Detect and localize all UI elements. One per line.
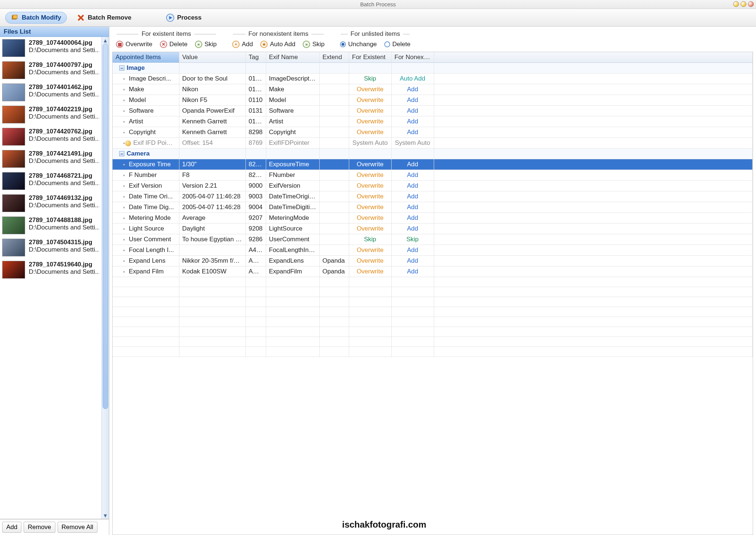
option-groups: For existent items ▦Overwrite ✕Delete »S… [112, 29, 753, 52]
file-list-scrollbar[interactable]: ▴ ▾ [102, 37, 109, 519]
grid-icon: ▦ [116, 41, 123, 48]
batch-remove-label: Batch Remove [88, 14, 131, 21]
batch-modify-button[interactable]: Batch Modify [5, 12, 67, 24]
file-name: 2789_1074421491.jpg [29, 150, 99, 157]
plus-icon: + [232, 41, 240, 48]
file-name: 2789_1074519640.jpg [29, 261, 99, 268]
close-icon[interactable] [748, 1, 754, 7]
batch-modify-icon [11, 14, 19, 22]
file-item[interactable]: 2789_1074488188.jpgD:\Documents and Sett… [0, 214, 102, 236]
file-item[interactable]: 2789_1074420762.jpgD:\Documents and Sett… [0, 126, 102, 148]
grid-row[interactable]: F NumberF8829DFNumberOverwriteAdd [113, 170, 753, 181]
grid-row[interactable]: Exposure Time1/30"829AExposureTimeOverwr… [113, 159, 753, 170]
unlisted-unchange-radio[interactable]: Unchange [338, 40, 379, 49]
col-exifname[interactable]: Exif Name [266, 52, 319, 63]
minimize-icon[interactable] [733, 1, 739, 7]
existent-skip-option[interactable]: »Skip [193, 40, 219, 49]
main-toolbar: Batch Modify Batch Remove Process [0, 9, 756, 27]
file-meta: 2789_1074504315.jpgD:\Documents and Sett… [29, 239, 99, 256]
file-name: 2789_1074400797.jpg [29, 61, 99, 69]
file-item[interactable]: 2789_1074519640.jpgD:\Documents and Sett… [0, 259, 102, 281]
add-button[interactable]: Add [2, 522, 21, 533]
nonexistent-legend: For nonexistent items [248, 30, 309, 38]
file-name: 2789_1074504315.jpg [29, 239, 99, 246]
file-meta: 2789_1074488188.jpgD:\Documents and Sett… [29, 217, 99, 234]
grid-empty-row [113, 347, 753, 357]
remove-button[interactable]: Remove [24, 522, 55, 533]
grid-row[interactable]: Light SourceDaylight9208LightSourceOverw… [113, 224, 753, 234]
grid-header-row[interactable]: Appointed Items Value Tag Exif Name Exte… [113, 52, 753, 63]
file-item[interactable]: 2789_1074400064.jpgD:\Documents and Sett… [0, 37, 102, 59]
grid-row[interactable]: Exif VersionVersion 2.219000ExifVersionO… [113, 181, 753, 191]
grid-row[interactable]: Date Time Ori...2005-04-07 11:46:289003D… [113, 191, 753, 202]
col-forexistent[interactable]: For Existent [349, 52, 391, 63]
grid-row[interactable]: CopyrightKenneth Garrett8298CopyrightOve… [113, 127, 753, 138]
batch-remove-button[interactable]: Batch Remove [71, 12, 137, 24]
existent-delete-option[interactable]: ✕Delete [158, 40, 190, 49]
thumbnail [2, 106, 25, 123]
file-meta: 2789_1074469132.jpgD:\Documents and Sett… [29, 194, 99, 212]
radio-unchecked-icon [384, 41, 390, 47]
grid-row[interactable]: Exif IFD PointerOffset: 1548769ExifIFDPo… [113, 138, 753, 149]
scroll-up-icon[interactable]: ▴ [102, 37, 109, 44]
grid-row[interactable]: Focal Length I...A405FocalLengthIn3...Ov… [113, 245, 753, 256]
grid-row[interactable]: User CommentTo house Egyptian ph...9286U… [113, 234, 753, 245]
scroll-track[interactable] [102, 44, 109, 512]
file-path: D:\Documents and Setti... [29, 91, 99, 98]
maximize-icon[interactable] [740, 1, 746, 7]
file-item[interactable]: 2789_1074402219.jpgD:\Documents and Sett… [0, 103, 102, 126]
thumbnail [2, 217, 25, 234]
thumbnail [2, 239, 25, 256]
grid-group-row[interactable]: − Camera [113, 149, 753, 159]
unlisted-delete-radio[interactable]: Delete [382, 40, 413, 49]
thumbnail [2, 172, 25, 190]
file-item[interactable]: 2789_1074421491.jpgD:\Documents and Sett… [0, 148, 102, 170]
file-item[interactable]: 2789_1074400797.jpgD:\Documents and Sett… [0, 59, 102, 81]
grid-empty-row [113, 307, 753, 317]
grid-row[interactable]: ModelNikon F50110ModelOverwriteAdd [113, 95, 753, 106]
nonexistent-add-option[interactable]: +Add [230, 40, 255, 49]
nonexistent-group: For nonexistent items +Add ★Auto Add »Sk… [230, 30, 327, 49]
file-list-buttons: Add Remove Remove All [0, 519, 109, 535]
col-tag[interactable]: Tag [245, 52, 266, 63]
collapse-icon[interactable]: − [119, 151, 124, 156]
process-button[interactable]: Process [161, 12, 207, 24]
col-extend[interactable]: Extend [319, 52, 349, 63]
unlisted-legend: For unlisted items [351, 30, 400, 38]
file-item[interactable]: 2789_1074504315.jpgD:\Documents and Sett… [0, 236, 102, 259]
file-path: D:\Documents and Setti... [29, 202, 99, 209]
collapse-icon[interactable]: − [119, 65, 124, 71]
grid-row[interactable]: Image Descri...Door to the Soul010EImage… [113, 74, 753, 84]
svg-rect-1 [13, 15, 17, 18]
exif-grid[interactable]: Appointed Items Value Tag Exif Name Exte… [112, 52, 753, 535]
grid-row[interactable]: ArtistKenneth Garrett013BArtistOverwrite… [113, 116, 753, 127]
thumbnail [2, 261, 25, 279]
grid-row[interactable]: Expand FilmKodak E100SWAFC2ExpandFilmOpa… [113, 266, 753, 277]
existent-overwrite-option[interactable]: ▦Overwrite [114, 40, 155, 49]
grid-row[interactable]: Metering ModeAverage9207MeteringModeOver… [113, 213, 753, 224]
file-meta: 2789_1074400797.jpgD:\Documents and Sett… [29, 61, 99, 79]
grid-empty-row [113, 277, 753, 287]
col-appointed[interactable]: Appointed Items [113, 52, 179, 63]
grid-row[interactable]: SoftwareOpanda PowerExif0131SoftwareOver… [113, 106, 753, 116]
scroll-handle[interactable] [103, 44, 108, 409]
grid-row[interactable]: Expand LensNikkor 20-35mm f/2.8...AFC1Ex… [113, 256, 753, 266]
file-meta: 2789_1074468721.jpgD:\Documents and Sett… [29, 172, 99, 190]
grid-row[interactable]: Date Time Dig...2005-04-07 11:46:289004D… [113, 202, 753, 213]
file-item[interactable]: 2789_1074468721.jpgD:\Documents and Sett… [0, 170, 102, 192]
file-list[interactable]: 2789_1074400064.jpgD:\Documents and Sett… [0, 37, 102, 519]
nonexistent-skip-option[interactable]: »Skip [300, 40, 327, 49]
remove-all-button[interactable]: Remove All [58, 522, 97, 533]
grid-row[interactable]: MakeNikon010FMakeOverwriteAdd [113, 84, 753, 95]
col-value[interactable]: Value [179, 52, 245, 63]
thumbnail [2, 194, 25, 212]
col-fornonexist[interactable]: For Nonexist... [391, 52, 434, 63]
nonexistent-autoadd-option[interactable]: ★Auto Add [258, 40, 298, 49]
scroll-down-icon[interactable]: ▾ [102, 512, 109, 519]
window-title: Batch Process [360, 1, 396, 7]
thumbnail [2, 61, 25, 79]
grid-group-row[interactable]: − Image [113, 63, 753, 74]
file-item[interactable]: 2789_1074469132.jpgD:\Documents and Sett… [0, 192, 102, 214]
star-icon: ★ [260, 41, 268, 48]
file-item[interactable]: 2789_1074401462.jpgD:\Documents and Sett… [0, 81, 102, 103]
